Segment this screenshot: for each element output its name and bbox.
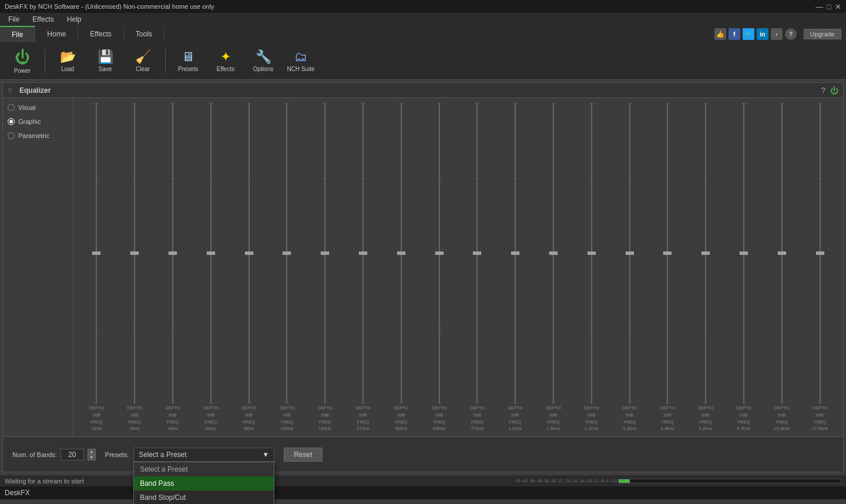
eq-power-icon[interactable]: ⏻ — [830, 86, 838, 95]
slider-track-14[interactable] — [624, 103, 636, 403]
level-bar — [618, 479, 841, 483]
maximize-button[interactable]: □ — [827, 2, 831, 11]
slider-col-8: DEPTH0dBFREQ386Hz — [382, 103, 419, 432]
slider-track-18[interactable] — [776, 103, 788, 403]
preset-dropdown: Select a Preset Band Pass Band Stop/Cut … — [133, 462, 274, 505]
slider-handle-12[interactable] — [549, 251, 558, 254]
slider-track-19[interactable] — [814, 103, 826, 403]
spin-down-button[interactable]: ▼ — [88, 455, 96, 461]
slider-track-3[interactable] — [205, 103, 217, 403]
toolbar-nch-suite-label: NCH Suite — [287, 66, 314, 72]
slider-track-0[interactable] — [90, 103, 102, 403]
toolbar-load-button[interactable]: 📂 Load — [50, 45, 85, 78]
freq-label-14: FREQ — [623, 419, 636, 425]
slider-track-2[interactable] — [167, 103, 179, 403]
menu-effects[interactable]: Effects — [26, 14, 59, 25]
toolbar-effects-button[interactable]: ✦ Effects — [208, 45, 243, 78]
social-help-icon[interactable]: ? — [785, 28, 797, 40]
slider-handle-4[interactable] — [245, 251, 253, 254]
slider-handle-0[interactable] — [92, 251, 100, 254]
slider-track-10[interactable] — [471, 103, 483, 403]
slider-handle-8[interactable] — [397, 251, 405, 254]
mode-visual-label: Visual — [18, 104, 36, 111]
slider-track-17[interactable] — [738, 103, 750, 403]
slider-track-13[interactable] — [586, 103, 597, 403]
slider-track-11[interactable] — [509, 103, 521, 403]
mode-visual[interactable]: Visual — [5, 103, 70, 112]
toolbar-nch-suite-button[interactable]: 🗂 NCH Suite — [283, 45, 318, 78]
toolbar-save-label: Save — [99, 66, 112, 72]
depth-label-18: DEPTH — [774, 405, 789, 411]
slider-track-9[interactable] — [434, 103, 445, 403]
depth-label-16: DEPTH — [698, 405, 713, 411]
mode-graphic[interactable]: Graphic — [5, 117, 70, 126]
mode-parametric[interactable]: Parametric — [5, 131, 70, 140]
slider-handle-15[interactable] — [663, 251, 672, 254]
depth-label-19: DEPTH — [813, 405, 827, 411]
slider-track-16[interactable] — [700, 103, 711, 403]
slider-handle-6[interactable] — [321, 251, 329, 254]
tab-effects[interactable]: Effects — [78, 26, 123, 42]
slider-handle-2[interactable] — [169, 251, 177, 254]
slider-handle-13[interactable] — [588, 251, 596, 254]
close-button[interactable]: ✕ — [835, 2, 841, 11]
freq-label-12: FREQ — [548, 419, 560, 425]
toolbar-save-button[interactable]: 💾 Save — [88, 45, 123, 78]
slider-handle-16[interactable] — [701, 251, 710, 254]
freq-value-6: 193Hz — [318, 426, 331, 432]
slider-track-5[interactable] — [281, 103, 293, 403]
eq-help-icon[interactable]: ? — [821, 86, 825, 95]
preset-option-header[interactable]: Select a Preset — [134, 462, 274, 476]
toolbar-presets-button[interactable]: 🖥 Presets — [170, 45, 206, 78]
menu-help[interactable]: Help — [61, 14, 88, 25]
slider-col-19: DEPTH0dBFREQ17.5kHz — [801, 103, 838, 432]
slider-col-0: DEPTH0dBFREQ24Hz — [78, 103, 115, 432]
slider-handle-14[interactable] — [626, 251, 634, 254]
slider-track-8[interactable] — [395, 103, 407, 403]
eq-body: Visual Graphic Parametric DEPTH0dBFREQ24… — [3, 98, 843, 436]
slider-handle-9[interactable] — [435, 251, 444, 254]
num-bands-input[interactable] — [61, 449, 84, 461]
preset-option-band-pass[interactable]: Band Pass — [134, 476, 274, 490]
tab-tools[interactable]: Tools — [124, 26, 164, 42]
social-facebook-icon[interactable]: f — [728, 28, 740, 40]
slider-track-6[interactable] — [319, 103, 331, 403]
depth-value-7: 0dB — [359, 412, 367, 418]
slider-track-15[interactable] — [662, 103, 673, 403]
slider-handle-18[interactable] — [778, 251, 786, 254]
depth-label-17: DEPTH — [736, 405, 751, 411]
tab-file[interactable]: File — [0, 26, 35, 42]
slider-handle-3[interactable] — [207, 251, 215, 254]
toolbar-options-button[interactable]: 🔧 Options — [246, 45, 281, 78]
slider-track-12[interactable] — [548, 103, 559, 403]
menu-file[interactable]: File — [2, 14, 25, 25]
slider-track-4[interactable] — [243, 103, 255, 403]
preset-option-band-stop[interactable]: Band Stop/Cut — [134, 490, 274, 505]
slider-handle-1[interactable] — [130, 251, 139, 254]
social-twitter-icon[interactable]: 🐦 — [743, 28, 754, 40]
slider-handle-5[interactable] — [283, 251, 291, 254]
slider-track-7[interactable] — [357, 103, 369, 403]
toolbar-clear-button[interactable]: 🧹 Clear — [125, 45, 160, 78]
slider-handle-7[interactable] — [359, 251, 367, 254]
tab-home[interactable]: Home — [35, 26, 78, 42]
slider-track-1[interactable] — [129, 103, 140, 403]
reset-button[interactable]: Reset — [284, 448, 322, 462]
social-linkedin-icon[interactable]: in — [757, 28, 768, 40]
spin-up-button[interactable]: ▲ — [88, 449, 96, 455]
slider-handle-11[interactable] — [511, 251, 519, 254]
upgrade-button[interactable]: Upgrade — [804, 29, 841, 39]
slider-col-2: DEPTH0dBFREQ48Hz — [155, 103, 192, 432]
freq-label-4: FREQ — [243, 419, 255, 425]
slider-handle-19[interactable] — [816, 251, 824, 254]
freq-label-13: FREQ — [585, 419, 597, 425]
slider-handle-10[interactable] — [473, 251, 481, 254]
toolbar-power-button[interactable]: ⏻ Power — [5, 45, 40, 78]
preset-select-button[interactable]: Select a Preset ▼ — [133, 448, 274, 462]
slider-handle-17[interactable] — [740, 251, 748, 254]
minimize-button[interactable]: — — [815, 2, 823, 11]
social-chevron-icon[interactable]: › — [771, 28, 783, 40]
social-thumb-icon[interactable]: 👍 — [714, 28, 726, 40]
slider-col-9: DEPTH0dBFREQ546Hz — [421, 103, 458, 432]
toolbar-options-label: Options — [253, 66, 273, 72]
